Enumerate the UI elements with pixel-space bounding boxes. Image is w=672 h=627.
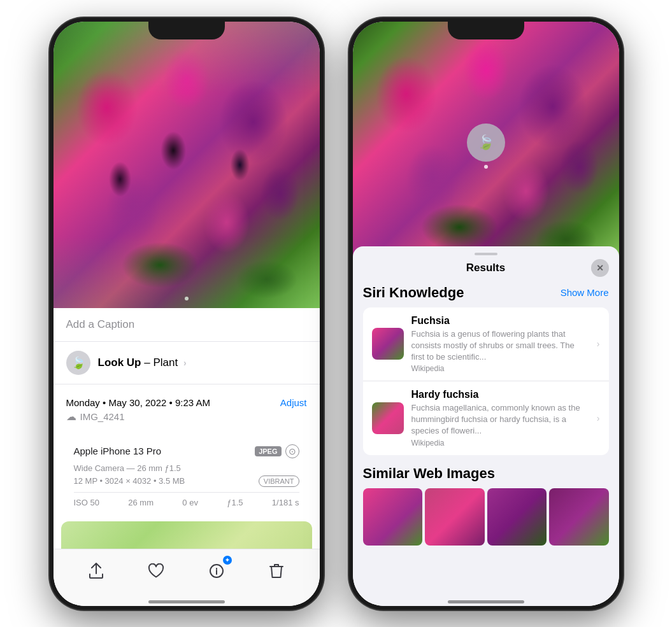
sheet-header: Results ✕	[353, 255, 619, 281]
similar-images-section: Similar Web Images	[363, 465, 609, 546]
right-flower-photo: 🍃	[353, 22, 619, 264]
hardy-fuchsia-chevron-icon: ›	[597, 413, 600, 423]
fuchsia-desc: Fuchsia is a genus of flowering plants t…	[411, 328, 589, 363]
results-title: Results	[466, 262, 505, 274]
filename-row: ☁ IMG_4241	[66, 411, 307, 423]
right-home-bar	[448, 600, 524, 603]
right-phone-content: 🍃 Results ✕ Siri Knowledge Show More	[353, 22, 619, 606]
siri-visual-lookup-icon: 🍃	[467, 123, 505, 162]
siri-knowledge-title: Siri Knowledge	[363, 285, 464, 301]
hardy-fuchsia-thumbnail	[372, 402, 404, 434]
hardy-fuchsia-name: Hardy fuchsia	[411, 389, 589, 400]
similar-images-title: Similar Web Images	[363, 465, 609, 482]
device-row: Apple iPhone 13 Pro JPEG ⊙	[74, 444, 299, 458]
right-notch	[448, 18, 524, 39]
hardy-fuchsia-text: Hardy fuchsia Fuchsia magellanica, commo…	[411, 389, 589, 447]
fuchsia-chevron-icon: ›	[597, 339, 600, 349]
hardy-fuchsia-item[interactable]: Hardy fuchsia Fuchsia magellanica, commo…	[363, 381, 609, 455]
info-button[interactable]: ✦	[204, 558, 229, 584]
fuchsia-item[interactable]: Fuchsia Fuchsia is a genus of flowering …	[363, 307, 609, 382]
favorite-button[interactable]	[143, 558, 169, 584]
ev-value: 0 ev	[182, 498, 198, 507]
aperture-value: ƒ1.5	[227, 498, 243, 507]
leaf-icon: 🍃	[71, 356, 85, 370]
page-indicator	[185, 297, 189, 300]
filename: IMG_4241	[80, 411, 125, 422]
caption-area[interactable]: Add a Caption	[54, 308, 320, 342]
caption-placeholder[interactable]: Add a Caption	[66, 318, 135, 330]
fuchsia-thumbnail	[372, 328, 404, 360]
hardy-fuchsia-desc: Fuchsia magellanica, commonly known as t…	[411, 402, 589, 437]
mp-text: 12 MP • 3024 × 4032 • 3.5 MB	[74, 476, 185, 486]
fuchsia-text: Fuchsia Fuchsia is a genus of flowering …	[411, 315, 589, 374]
vibrant-badge: VIBRANT	[259, 476, 299, 487]
share-button[interactable]	[83, 558, 109, 584]
device-name: Apple iPhone 13 Pro	[74, 446, 162, 456]
siri-icon: 🍃	[66, 351, 90, 375]
fuchsia-name: Fuchsia	[411, 315, 589, 327]
bottom-toolbar: ✦	[54, 549, 320, 606]
similar-image-1[interactable]	[363, 488, 423, 546]
left-phone: Add a Caption 🍃 Look Up – Plant › Monday…	[50, 18, 324, 610]
iso-value: ISO 50	[74, 498, 99, 507]
mp-row: 12 MP • 3024 × 4032 • 3.5 MB VIBRANT	[74, 476, 299, 487]
exif-row: ISO 50 26 mm 0 ev ƒ1.5 1/181 s	[74, 492, 299, 507]
close-button[interactable]: ✕	[591, 259, 609, 277]
device-section: Apple iPhone 13 Pro JPEG ⊙ Wide Camera —…	[61, 435, 312, 516]
gear-icon: ⊙	[285, 444, 299, 458]
date-row: Monday • May 30, 2022 • 9:23 AM Adjust	[66, 397, 307, 408]
focal-value: 26 mm	[128, 498, 154, 507]
show-more-button[interactable]: Show More	[561, 287, 609, 298]
date-text: Monday • May 30, 2022 • 9:23 AM	[66, 397, 210, 408]
similar-image-3[interactable]	[487, 488, 547, 546]
sheet-body: Siri Knowledge Show More Fuchsia Fuchsia…	[353, 281, 619, 546]
similar-image-4[interactable]	[549, 488, 609, 546]
shutter-value: 1/181 s	[272, 498, 299, 507]
similar-images-strip	[363, 488, 609, 546]
delete-button[interactable]	[264, 558, 289, 584]
fuchsia-source: Wikipedia	[411, 364, 589, 373]
right-phone: 🍃 Results ✕ Siri Knowledge Show More	[349, 18, 623, 610]
home-bar	[148, 600, 225, 603]
adjust-button[interactable]: Adjust	[280, 397, 307, 408]
info-badge: ✦	[223, 556, 232, 565]
chevron-right-icon: ›	[183, 358, 187, 368]
flower-photo[interactable]	[54, 22, 320, 308]
results-sheet: Results ✕ Siri Knowledge Show More Fuch	[353, 246, 619, 606]
siri-knowledge-header: Siri Knowledge Show More	[363, 285, 609, 301]
knowledge-card: Fuchsia Fuchsia is a genus of flowering …	[363, 307, 609, 455]
left-notch	[148, 18, 225, 39]
leaf-icon-overlay: 🍃	[477, 134, 494, 151]
left-phone-content: Add a Caption 🍃 Look Up – Plant › Monday…	[54, 22, 320, 606]
lookup-row[interactable]: 🍃 Look Up – Plant ›	[54, 342, 320, 384]
similar-image-2[interactable]	[425, 488, 485, 546]
jpeg-badge: JPEG	[255, 446, 281, 456]
lookup-label: Look Up – Plant ›	[98, 356, 187, 369]
format-badges: JPEG ⊙	[255, 444, 299, 458]
camera-spec: Wide Camera — 26 mm ƒ1.5	[74, 463, 299, 473]
photo-info-section: Monday • May 30, 2022 • 9:23 AM Adjust ☁…	[54, 390, 320, 430]
cloud-icon: ☁	[66, 411, 76, 423]
hardy-fuchsia-source: Wikipedia	[411, 439, 589, 447]
siri-dot	[484, 165, 488, 169]
